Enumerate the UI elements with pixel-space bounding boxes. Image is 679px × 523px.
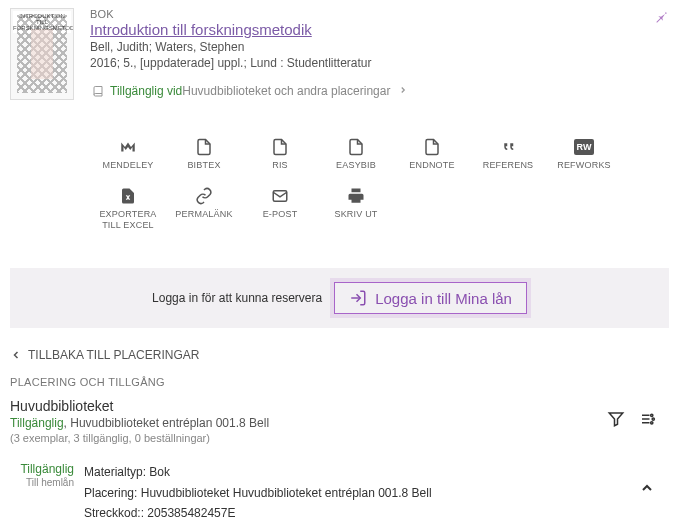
action-label: PERMALÄNK xyxy=(175,209,232,220)
endnote-icon xyxy=(423,138,441,156)
action-label: SKRIV UT xyxy=(334,209,377,220)
material-type-label: Materialtyp: xyxy=(84,465,146,479)
action-label: E-POST xyxy=(263,209,298,220)
record-header: INTRODUKTION TILL FORSKNINGSMETODIK BOK … xyxy=(10,8,669,100)
action-exportera-excel[interactable]: EXPORTERA TILL EXCEL xyxy=(90,179,166,239)
location-name: Huvudbiblioteket xyxy=(10,398,669,414)
action-label: REFERENS xyxy=(483,160,534,171)
record-thumbnail[interactable]: INTRODUKTION TILL FORSKNINGSMETODIK xyxy=(10,8,74,100)
epost-icon xyxy=(271,187,289,205)
export-actions: MENDELEYBIBTEXRISEASYBIBENDNOTEREFERENSR… xyxy=(90,130,669,238)
permalank-icon xyxy=(195,187,213,205)
action-epost[interactable]: E-POST xyxy=(242,179,318,239)
pin-icon[interactable] xyxy=(653,8,669,28)
bibtex-icon xyxy=(195,138,213,156)
availability-status: Tillgänglig vid xyxy=(110,84,182,98)
action-referens[interactable]: REFERENS xyxy=(470,130,546,179)
exportera-excel-icon xyxy=(119,187,137,205)
svg-point-6 xyxy=(651,415,653,417)
record-title-link[interactable]: Introduktion till forskningsmetodik xyxy=(90,21,669,38)
svg-point-7 xyxy=(652,418,654,420)
availability-link[interactable]: Tillgänglig vid Huvudbiblioteket och and… xyxy=(90,84,669,98)
action-label: ENDNOTE xyxy=(409,160,454,171)
placement-label: Placering: xyxy=(84,486,137,500)
location-status: Tillgänglig xyxy=(10,416,64,430)
book-icon xyxy=(90,85,106,97)
easybib-icon xyxy=(347,138,365,156)
action-easybib[interactable]: EASYBIB xyxy=(318,130,394,179)
action-endnote[interactable]: ENDNOTE xyxy=(394,130,470,179)
chevron-up-icon[interactable] xyxy=(639,480,655,499)
svg-marker-2 xyxy=(609,413,623,426)
back-link[interactable]: TILLBAKA TILL PLACERINGAR xyxy=(10,342,669,376)
referens-icon xyxy=(499,138,517,156)
action-mendeley[interactable]: MENDELEY xyxy=(90,130,166,179)
login-bar: Logga in för att kunna reservera Logga i… xyxy=(10,268,669,328)
record-publication: 2016; 5., [uppdaterade] uppl.; Lund : St… xyxy=(90,56,669,70)
item-detail-row[interactable]: Tillgänglig Till hemlån Materialtyp: Bok… xyxy=(10,462,669,523)
item-status-sub: Till hemlån xyxy=(10,477,74,488)
ris-icon xyxy=(271,138,289,156)
section-title: PLACERING OCH TILLGÅNG xyxy=(10,376,669,388)
login-icon xyxy=(349,289,367,307)
filter-icon[interactable] xyxy=(607,410,625,431)
action-label: BIBTEX xyxy=(187,160,220,171)
record-type: BOK xyxy=(90,8,669,20)
barcode-value: 205385482457E xyxy=(144,506,235,520)
chevron-right-icon xyxy=(398,84,408,98)
availability-location: Huvudbiblioteket och andra placeringar xyxy=(182,84,390,98)
action-permalank[interactable]: PERMALÄNK xyxy=(166,179,242,239)
placement-value: Huvudbiblioteket Huvudbiblioteket entrép… xyxy=(137,486,431,500)
action-label: RIS xyxy=(272,160,288,171)
action-ris[interactable]: RIS xyxy=(242,130,318,179)
refworks-icon: RW xyxy=(575,138,593,156)
action-label: EXPORTERA TILL EXCEL xyxy=(90,209,166,231)
item-status: Tillgänglig xyxy=(10,462,74,476)
action-label: MENDELEY xyxy=(102,160,153,171)
svg-point-8 xyxy=(651,422,653,424)
location-copies: (3 exemplar, 3 tillgänglig, 0 beställnin… xyxy=(10,432,669,444)
chevron-left-icon xyxy=(10,349,22,361)
location-block[interactable]: Huvudbiblioteket Tillgänglig, Huvudbibli… xyxy=(10,398,669,444)
skriv-ut-icon xyxy=(347,187,365,205)
action-bibtex[interactable]: BIBTEX xyxy=(166,130,242,179)
mendeley-icon xyxy=(119,138,137,156)
action-skriv-ut[interactable]: SKRIV UT xyxy=(318,179,394,239)
sort-icon[interactable] xyxy=(639,410,657,431)
action-refworks[interactable]: RWREFWORKS xyxy=(546,130,622,179)
back-link-label: TILLBAKA TILL PLACERINGAR xyxy=(28,348,199,362)
login-message: Logga in för att kunna reservera xyxy=(152,291,322,305)
record-authors: Bell, Judith; Waters, Stephen xyxy=(90,40,669,54)
login-button-label: Logga in till Mina lån xyxy=(375,290,512,307)
action-label: EASYBIB xyxy=(336,160,376,171)
barcode-label: Streckkod:: xyxy=(84,506,144,520)
login-button[interactable]: Logga in till Mina lån xyxy=(334,282,527,314)
action-label: REFWORKS xyxy=(557,160,611,171)
material-type-value: Bok xyxy=(146,465,170,479)
location-where: , Huvudbiblioteket entréplan 001.8 Bell xyxy=(64,416,269,430)
